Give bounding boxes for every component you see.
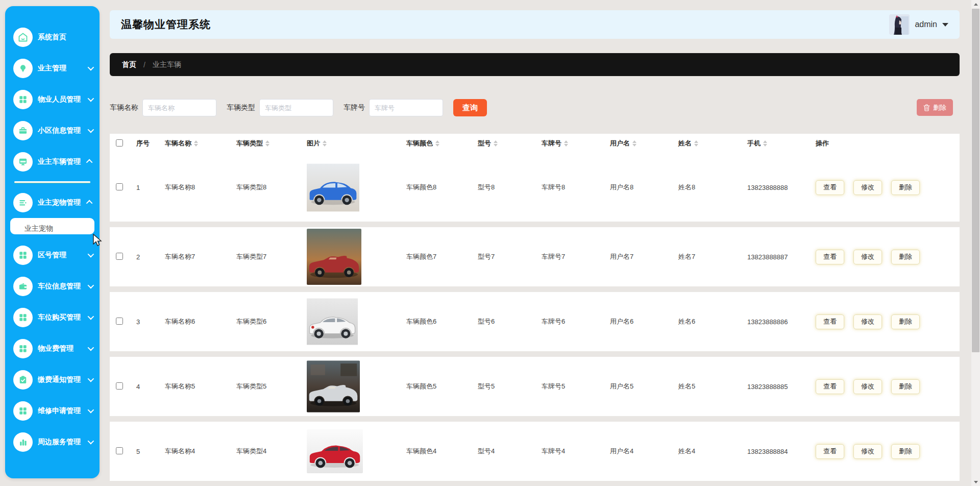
chevron-down-icon xyxy=(88,251,94,258)
cell-username: 用户名5 xyxy=(610,382,678,391)
cell-vehicle-type: 车辆类型6 xyxy=(236,317,307,326)
row-checkbox[interactable] xyxy=(116,183,123,190)
edit-button[interactable]: 修改 xyxy=(853,379,882,394)
sidebar-item-parking-info[interactable]: 车位信息管理 xyxy=(5,271,100,302)
delete-button[interactable]: 删除 xyxy=(891,379,920,394)
sidebar-item-owner-mgmt[interactable]: 业主管理 xyxy=(5,53,100,84)
briefcase-icon xyxy=(13,121,33,140)
scroll-up-arrow-icon[interactable] xyxy=(971,0,980,8)
edit-button[interactable]: 修改 xyxy=(853,180,882,195)
cell-index: 2 xyxy=(136,253,165,261)
sidebar-item-pet-mgmt[interactable]: 业主宠物管理 xyxy=(5,187,100,218)
bulk-delete-button[interactable]: 删除 xyxy=(917,99,953,116)
sort-icon[interactable] xyxy=(435,140,439,147)
cell-index: 5 xyxy=(136,448,165,455)
sort-icon[interactable] xyxy=(694,140,698,147)
view-button[interactable]: 查看 xyxy=(816,379,844,394)
sort-icon[interactable] xyxy=(632,140,636,147)
chevron-down-icon xyxy=(88,345,94,351)
scrollbar-thumb[interactable] xyxy=(972,9,979,352)
vehicle-name-input[interactable] xyxy=(142,99,216,116)
plate-number-label: 车牌号 xyxy=(344,103,365,112)
vehicle-type-input[interactable] xyxy=(259,99,333,116)
view-button[interactable]: 查看 xyxy=(816,250,844,264)
cell-vehicle-name: 车辆名称8 xyxy=(165,183,236,192)
row-checkbox[interactable] xyxy=(116,382,123,390)
row-checkbox[interactable] xyxy=(116,447,123,454)
edit-button[interactable]: 修改 xyxy=(853,250,882,264)
sidebar-item-area-code[interactable]: 区号管理 xyxy=(5,239,100,271)
avatar xyxy=(889,14,910,35)
delete-button[interactable]: 删除 xyxy=(891,314,920,329)
sidebar-item-community-info[interactable]: 小区信息管理 xyxy=(5,115,100,146)
list-icon xyxy=(13,193,33,212)
cell-phone: 13823888886 xyxy=(747,318,816,326)
cell-vehicle-type: 车辆类型8 xyxy=(236,183,307,192)
sidebar-item-home[interactable]: 系统首页 xyxy=(5,21,100,53)
sort-icon[interactable] xyxy=(564,140,568,147)
delete-button[interactable]: 删除 xyxy=(891,250,920,264)
chevron-down-icon xyxy=(88,313,94,320)
grid-icon xyxy=(13,308,33,327)
sort-icon[interactable] xyxy=(323,140,327,147)
col-image: 图片 xyxy=(307,139,406,148)
grid-icon xyxy=(13,339,33,358)
edit-button[interactable]: 修改 xyxy=(853,314,882,329)
cell-index: 4 xyxy=(136,383,165,391)
bar-chart-icon xyxy=(13,432,33,452)
select-all-checkbox[interactable] xyxy=(116,139,123,147)
breadcrumb-home[interactable]: 首页 xyxy=(122,60,136,69)
sidebar-item-property-fee[interactable]: 物业费管理 xyxy=(5,333,100,364)
sidebar-subitem-owner-pet[interactable]: 业主宠物 xyxy=(10,218,94,234)
delete-button[interactable]: 删除 xyxy=(891,180,920,195)
sidebar-item-payment-notice[interactable]: 缴费通知管理 xyxy=(5,364,100,395)
cell-plate: 车牌号7 xyxy=(542,252,610,261)
breadcrumb-separator: / xyxy=(143,61,145,69)
cell-vehicle-color: 车辆颜色8 xyxy=(406,183,478,192)
grid-icon xyxy=(13,90,33,109)
sidebar-item-nearby-service[interactable]: 周边服务管理 xyxy=(5,426,100,457)
sidebar-item-parking-purchase[interactable]: 车位购买管理 xyxy=(5,302,100,333)
cell-vehicle-name: 车辆名称6 xyxy=(165,317,236,326)
cell-vehicle-name: 车辆名称7 xyxy=(165,252,236,261)
col-username: 用户名 xyxy=(610,139,678,148)
table-row: 5 车辆名称4 车辆类型4 车辆颜色4 型号4 车牌号4 用户名4 姓名4 13… xyxy=(110,422,960,481)
cell-phone: 13823888888 xyxy=(747,184,816,191)
delete-button[interactable]: 删除 xyxy=(891,444,920,459)
col-vehicle-color: 车辆颜色 xyxy=(406,139,478,148)
grid-icon xyxy=(13,246,33,265)
sidebar-item-staff-mgmt[interactable]: 物业人员管理 xyxy=(5,84,100,115)
sidebar-item-vehicle-mgmt[interactable]: 业主车辆管理 xyxy=(5,146,100,177)
cell-realname: 姓名6 xyxy=(678,317,747,326)
sort-icon[interactable] xyxy=(763,140,767,147)
plate-number-input[interactable] xyxy=(369,99,443,116)
cell-vehicle-name: 车辆名称5 xyxy=(165,382,236,391)
user-menu[interactable]: admin xyxy=(889,14,948,35)
row-checkbox[interactable] xyxy=(116,253,123,260)
chevron-down-icon xyxy=(88,127,94,133)
sidebar-submenu: 业主宠物 xyxy=(5,218,100,239)
sort-icon[interactable] xyxy=(194,140,198,147)
view-button[interactable]: 查看 xyxy=(816,180,844,195)
scroll-down-arrow-icon[interactable] xyxy=(971,478,980,486)
cell-model: 型号5 xyxy=(478,382,542,391)
view-button[interactable]: 查看 xyxy=(816,444,844,459)
search-button[interactable]: 查询 xyxy=(453,99,487,116)
cell-realname: 姓名5 xyxy=(678,382,747,391)
chevron-down-icon xyxy=(88,64,94,71)
sort-icon[interactable] xyxy=(494,140,498,147)
table-row: 2 车辆名称7 车辆类型7 车辆颜色7 型号7 车牌号7 用户名7 姓名7 13… xyxy=(110,227,960,286)
cell-plate: 车牌号8 xyxy=(542,183,610,192)
scrollbar[interactable] xyxy=(971,0,980,486)
vehicle-photo xyxy=(307,229,361,285)
view-button[interactable]: 查看 xyxy=(816,314,844,329)
cell-username: 用户名4 xyxy=(610,447,678,456)
row-checkbox[interactable] xyxy=(116,318,123,325)
edit-button[interactable]: 修改 xyxy=(853,444,882,459)
sidebar-divider xyxy=(5,177,100,187)
wallet-icon xyxy=(13,277,33,296)
sidebar-item-repair-request[interactable]: 维修申请管理 xyxy=(5,395,100,426)
cell-model: 型号8 xyxy=(478,183,542,192)
cell-phone: 13823888887 xyxy=(747,253,816,261)
sort-icon[interactable] xyxy=(265,140,270,147)
